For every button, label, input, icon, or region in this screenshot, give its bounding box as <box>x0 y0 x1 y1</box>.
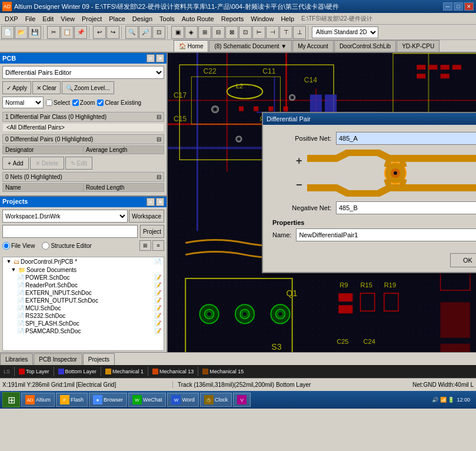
diff-pairs-collapse-btn[interactable]: ⊟ <box>157 136 161 142</box>
editor-select[interactable]: Differential Pairs Editor <box>2 66 164 79</box>
toolbar-btn10[interactable]: ⊥ <box>293 26 306 39</box>
zoom-level-button[interactable]: 🔍 Zoom Level... <box>62 81 114 94</box>
toolbar-btn1[interactable]: ▣ <box>171 26 184 39</box>
zoom-checkbox[interactable] <box>72 100 79 106</box>
toolbar-btn3[interactable]: ⊞ <box>198 26 211 39</box>
structure-editor-radio[interactable] <box>42 242 49 250</box>
tree-root[interactable]: ▼ 🗂 DoorControl.PrjPCB * 📄 <box>3 257 164 266</box>
clear-button[interactable]: ✕ Clear <box>32 81 61 94</box>
toolbar-standard-select[interactable]: Altium Standard 2D <box>312 26 378 38</box>
toolbar-undo[interactable]: ↩ <box>93 26 106 39</box>
toolbar-paste[interactable]: 📌 <box>74 26 87 39</box>
edit-button[interactable]: ✎ Edit <box>65 157 92 170</box>
toolbar-btn4[interactable]: ⊟ <box>212 26 225 39</box>
file-view-radio[interactable] <box>2 242 10 250</box>
tree-file-2[interactable]: 📄 EXTERN_INPUT.SchDoc 📝 <box>3 289 164 297</box>
dialog-ok-button[interactable]: OK <box>450 253 476 267</box>
tree-file-6[interactable]: 📄 SPI_FLASH.SchDoc 📝 <box>3 320 164 327</box>
tree-file-5[interactable]: 📄 RS232.SchDoc 📝 <box>3 312 164 320</box>
bottom-tab-inspector[interactable]: PCB Inspector <box>34 353 82 365</box>
toolbar-btn6[interactable]: ⊡ <box>239 26 252 39</box>
panel-close-btn[interactable]: ✕ <box>156 54 164 62</box>
name-input[interactable] <box>296 228 476 241</box>
layer-mech15[interactable]: Mechanical 15 <box>200 368 246 375</box>
layer-top[interactable]: Top Layer <box>16 368 52 375</box>
bottom-tab-libraries[interactable]: Libraries <box>0 353 33 365</box>
tab-home[interactable]: 🏠 Home <box>174 40 208 52</box>
taskbar-clock[interactable]: ◷ Clock <box>200 393 232 407</box>
menu-window[interactable]: Window <box>247 15 277 23</box>
toolbar-cut[interactable]: ✂ <box>47 26 60 39</box>
toolbar-zoom-fit[interactable]: ⊡ <box>152 26 165 39</box>
all-diff-pairs-item[interactable]: <All Differential Pairs> <box>2 123 164 132</box>
panel-menu-btn[interactable]: ≡ <box>147 54 155 62</box>
tree-source-docs[interactable]: ▼ 📁 Source Documents <box>3 266 164 274</box>
taskbar-app[interactable]: V <box>233 393 251 407</box>
tab-account[interactable]: My Account <box>292 40 334 52</box>
taskbar-browser[interactable]: ● Browser <box>89 393 127 407</box>
projects-close-btn[interactable]: ✕ <box>156 198 164 206</box>
tree-file-7[interactable]: 📄 PSAMCARD.SchDoc 📝 <box>3 327 164 335</box>
layer-mech1[interactable]: Mechanical 1 <box>103 368 146 375</box>
toolbar-copy[interactable]: 📋 <box>61 26 74 39</box>
project-input[interactable] <box>2 225 138 238</box>
layer-ls[interactable]: LS <box>1 368 12 375</box>
section-collapse-btn[interactable]: ⊟ <box>157 114 161 120</box>
workspace-button[interactable]: Workspace <box>129 210 164 223</box>
normal-select[interactable]: Normal <box>2 97 44 108</box>
workspace-select[interactable]: Workspace1.DsnWrk <box>2 210 128 223</box>
menu-autoroute[interactable]: Auto Route <box>178 15 218 23</box>
delete-button[interactable]: ✕ Delete <box>30 157 64 170</box>
add-button[interactable]: + Add <box>2 157 29 170</box>
tab-schlib[interactable]: DoorControl.SchLib <box>334 40 396 52</box>
menu-project[interactable]: Project <box>78 15 105 23</box>
menu-tools[interactable]: Tools <box>156 15 178 23</box>
project-button[interactable]: Project <box>140 225 164 238</box>
toolbar-zoom-out[interactable]: 🔎 <box>139 26 152 39</box>
negative-net-input[interactable] <box>336 201 476 214</box>
toolbar-open[interactable]: 📂 <box>15 26 28 39</box>
toolbar-btn5[interactable]: ⊠ <box>225 26 238 39</box>
tree-file-3[interactable]: 📄 EXTERN_OUTPUT.SchDoc 📝 <box>3 297 164 304</box>
view-btn1[interactable]: ⊞ <box>139 240 151 251</box>
minimize-button[interactable]: ─ <box>443 2 452 11</box>
file-view-radio-label[interactable]: File View <box>2 242 35 250</box>
toolbar-btn8[interactable]: ⊣ <box>266 26 279 39</box>
clear-existing-checkbox[interactable] <box>97 100 104 106</box>
structure-editor-radio-label[interactable]: Structure Editor <box>42 242 91 250</box>
toolbar-zoom-in[interactable]: 🔍 <box>125 26 138 39</box>
close-button[interactable]: ✕ <box>464 2 474 11</box>
taskbar-flash[interactable]: F Flash <box>56 393 88 407</box>
menu-reports[interactable]: Reports <box>218 15 248 23</box>
view-btn2[interactable]: ≡ <box>152 240 164 251</box>
toolbar-btn7[interactable]: ⊢ <box>252 26 265 39</box>
layer-bottom[interactable]: Bottom Layer <box>56 368 99 375</box>
toolbar-save[interactable]: 💾 <box>28 26 41 39</box>
positive-net-input[interactable] <box>336 132 476 145</box>
tab-schematic[interactable]: (8) Schematic Document ▼ <box>209 40 292 52</box>
tree-file-0[interactable]: 📄 POWER.SchDoc 📝 <box>3 274 164 281</box>
menu-place[interactable]: Place <box>105 15 129 23</box>
toolbar-new[interactable]: 📄 <box>1 26 14 39</box>
menu-design[interactable]: Design <box>129 15 156 23</box>
tree-file-1[interactable]: 📄 ReaderPort.SchDoc 📝 <box>3 281 164 289</box>
bottom-tab-projects[interactable]: Projects <box>83 353 115 365</box>
taskbar-wechat[interactable]: W WeChat <box>128 393 166 407</box>
toolbar-btn2[interactable]: ◈ <box>185 26 198 39</box>
menu-view[interactable]: View <box>57 15 78 23</box>
menu-edit[interactable]: Edit <box>39 15 57 23</box>
start-button[interactable]: ⊞ <box>2 392 20 407</box>
projects-menu-btn[interactable]: ≡ <box>147 198 155 206</box>
select-checkbox[interactable] <box>46 100 52 106</box>
layer-mech13[interactable]: Mechanical 13 <box>150 368 196 375</box>
taskbar-altium[interactable]: AD Altium <box>21 393 55 407</box>
menu-file[interactable]: File <box>22 15 39 23</box>
taskbar-word[interactable]: W Word <box>167 393 198 407</box>
toolbar-redo[interactable]: ↪ <box>106 26 119 39</box>
maximize-button[interactable]: □ <box>454 2 463 11</box>
nets-collapse-btn[interactable]: ⊟ <box>157 174 161 180</box>
tab-yd-kp[interactable]: YD-KP-CPU <box>397 40 440 52</box>
menu-dxp[interactable]: DXP <box>1 15 22 23</box>
menu-help[interactable]: Help <box>277 15 298 23</box>
tree-file-4[interactable]: 📄 MCU.SchDoc 📝 <box>3 304 164 312</box>
